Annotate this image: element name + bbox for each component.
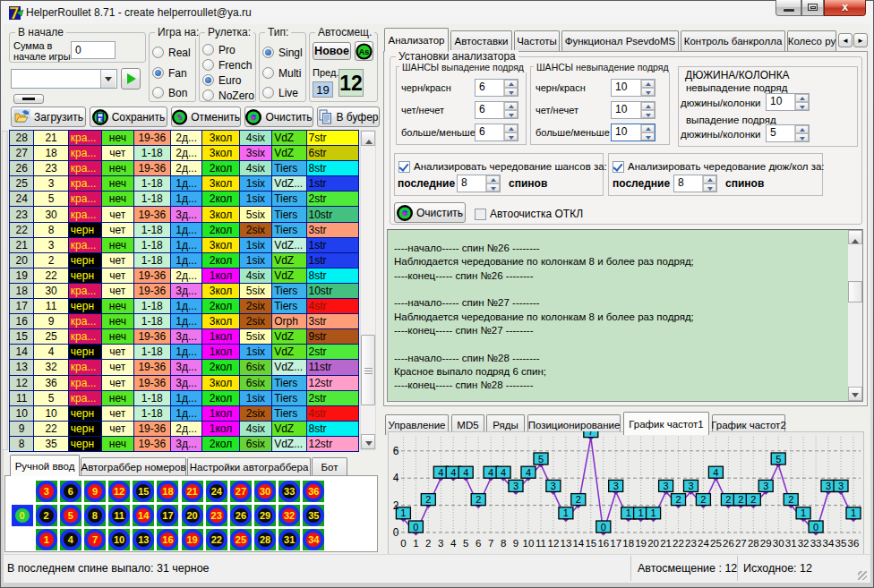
svg-text:1: 1 (651, 507, 656, 518)
svg-text:3: 3 (664, 481, 669, 491)
svg-text:35: 35 (835, 538, 847, 549)
svg-text:32: 32 (798, 538, 810, 549)
svg-text:4: 4 (463, 467, 468, 478)
svg-text:4: 4 (450, 467, 456, 478)
svg-text:0: 0 (413, 522, 418, 533)
svg-text:9: 9 (513, 538, 518, 549)
svg-text:8: 8 (501, 538, 506, 549)
svg-text:6: 6 (393, 445, 399, 457)
svg-text:1: 1 (563, 507, 569, 518)
svg-text:28: 28 (748, 538, 759, 549)
svg-text:2: 2 (476, 494, 481, 505)
svg-text:34: 34 (823, 538, 835, 549)
svg-text:3: 3 (551, 481, 556, 491)
svg-text:4: 4 (393, 472, 399, 484)
svg-text:24: 24 (698, 538, 709, 549)
svg-text:4: 4 (488, 467, 493, 478)
svg-text:11: 11 (536, 538, 546, 549)
svg-text:0: 0 (601, 522, 606, 533)
svg-text:3: 3 (688, 481, 693, 491)
svg-text:15: 15 (585, 538, 596, 549)
svg-text:4: 4 (438, 467, 443, 478)
svg-text:1: 1 (413, 538, 418, 549)
svg-text:3: 3 (513, 481, 518, 491)
svg-text:0: 0 (400, 538, 406, 549)
svg-text:2: 2 (750, 494, 756, 505)
svg-text:21: 21 (660, 538, 672, 549)
svg-text:7: 7 (588, 431, 594, 437)
svg-text:26: 26 (723, 538, 734, 549)
svg-text:0: 0 (813, 522, 818, 533)
svg-text:5: 5 (538, 454, 544, 464)
svg-text:20: 20 (647, 538, 659, 549)
svg-text:33: 33 (810, 538, 822, 549)
svg-text:5: 5 (775, 454, 781, 464)
svg-text:2: 2 (725, 494, 731, 505)
svg-text:As: As (359, 47, 370, 56)
svg-text:7: 7 (488, 538, 493, 549)
svg-text:16: 16 (597, 538, 609, 549)
svg-text:1: 1 (626, 507, 631, 518)
svg-text:19: 19 (635, 538, 647, 549)
svg-text:4: 4 (501, 467, 506, 478)
svg-text:2: 2 (576, 494, 581, 505)
svg-text:2: 2 (788, 494, 793, 505)
svg-text:3: 3 (838, 481, 844, 491)
svg-text:2: 2 (393, 499, 399, 512)
svg-text:13: 13 (561, 538, 572, 549)
svg-text:0: 0 (393, 526, 399, 539)
svg-text:1: 1 (851, 507, 856, 518)
svg-text:18: 18 (622, 538, 634, 549)
svg-text:2: 2 (425, 494, 431, 505)
svg-text:4: 4 (526, 467, 531, 478)
svg-text:4: 4 (450, 538, 457, 549)
svg-text:1: 1 (801, 507, 806, 518)
svg-text:3: 3 (826, 481, 831, 491)
svg-text:10: 10 (523, 538, 535, 549)
svg-text:29: 29 (760, 538, 772, 549)
svg-text:2: 2 (700, 494, 706, 505)
svg-text:2: 2 (738, 494, 743, 505)
svg-text:3: 3 (438, 538, 443, 549)
svg-text:25: 25 (710, 538, 722, 549)
svg-text:1: 1 (400, 507, 406, 518)
svg-text:12: 12 (548, 538, 560, 549)
svg-text:6: 6 (476, 538, 481, 549)
svg-text:30: 30 (773, 538, 784, 549)
svg-text:5: 5 (463, 538, 468, 549)
svg-text:1: 1 (638, 507, 644, 518)
svg-text:31: 31 (785, 538, 797, 549)
svg-text:23: 23 (685, 538, 697, 549)
svg-text:22: 22 (673, 538, 684, 549)
svg-text:27: 27 (735, 538, 747, 549)
svg-text:2: 2 (425, 538, 431, 549)
svg-text:3: 3 (613, 481, 619, 491)
svg-text:2: 2 (675, 494, 681, 505)
svg-text:14: 14 (572, 538, 584, 549)
svg-text:17: 17 (610, 538, 621, 549)
svg-text:3: 3 (763, 481, 768, 491)
svg-text:36: 36 (848, 538, 860, 549)
svg-text:4: 4 (713, 467, 718, 478)
